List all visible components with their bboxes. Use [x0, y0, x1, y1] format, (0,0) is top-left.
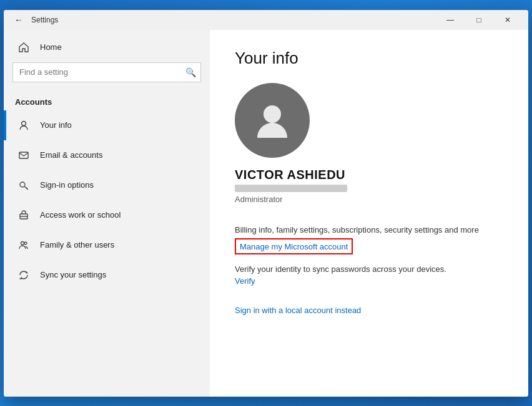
sidebar-item-sign-in-options[interactable]: Sign-in options [4, 170, 210, 200]
svg-point-0 [22, 121, 26, 125]
avatar-section: VICTOR ASHIEDU Administrator [235, 83, 503, 214]
family-users-label: Family & other users [40, 240, 114, 249]
settings-window: ← Settings — □ ✕ H [4, 10, 528, 397]
maximize-button[interactable]: □ [465, 10, 493, 30]
email-accounts-label: Email & accounts [40, 150, 102, 160]
main-content: Your info VICTOR ASHIEDU Administrator B… [210, 30, 528, 397]
user-email-blurred [235, 185, 347, 192]
sidebar-item-sync-settings[interactable]: Sync your settings [4, 260, 210, 290]
minimize-button[interactable]: — [436, 10, 465, 30]
sidebar-item-access-work[interactable]: Access work or school [4, 200, 210, 230]
sidebar: Home 🔍 Accounts Your info [4, 30, 210, 397]
home-label: Home [40, 42, 62, 52]
your-info-label: Your info [40, 120, 72, 130]
close-icon: ✕ [505, 16, 511, 24]
person-icon [15, 117, 32, 134]
window-controls: — □ ✕ [436, 10, 522, 30]
page-title: Your info [235, 49, 503, 68]
avatar-person-icon [251, 99, 293, 142]
svg-point-2 [20, 182, 25, 187]
sidebar-item-family-users[interactable]: Family & other users [4, 230, 210, 260]
verify-text: Verify your identity to sync passwords a… [235, 264, 503, 274]
close-button[interactable]: ✕ [493, 10, 522, 30]
email-icon [15, 147, 32, 164]
search-input[interactable] [12, 62, 201, 82]
billing-text: Billing info, family settings, subscript… [235, 225, 503, 234]
group-icon [15, 236, 32, 254]
manage-link-box: Manage my Microsoft account [235, 238, 353, 254]
search-icon: 🔍 [185, 67, 196, 77]
home-icon [15, 39, 32, 56]
svg-rect-1 [19, 152, 28, 158]
svg-point-5 [21, 241, 24, 244]
user-role: Administrator [235, 195, 283, 204]
sidebar-item-your-info[interactable]: Your info [4, 110, 210, 140]
verify-link[interactable]: Verify [235, 276, 503, 286]
sidebar-item-email-accounts[interactable]: Email & accounts [4, 140, 210, 170]
avatar [235, 83, 310, 158]
sync-settings-label: Sync your settings [40, 270, 106, 279]
access-work-label: Access work or school [40, 210, 121, 220]
manage-microsoft-account-link[interactable]: Manage my Microsoft account [240, 242, 348, 251]
back-button[interactable]: ← [10, 11, 27, 29]
title-bar: ← Settings — □ ✕ [4, 10, 528, 30]
section-label: Accounts [4, 91, 210, 110]
svg-point-6 [24, 242, 27, 244]
content-area: Home 🔍 Accounts Your info [4, 30, 528, 397]
sidebar-item-home[interactable]: Home [4, 32, 210, 62]
svg-point-7 [264, 105, 281, 123]
local-account-link[interactable]: Sign in with a local account instead [235, 306, 361, 315]
sign-in-options-label: Sign-in options [40, 180, 94, 190]
maximize-icon: □ [476, 16, 481, 24]
window-title: Settings [31, 16, 436, 24]
minimize-icon: — [446, 16, 454, 24]
briefcase-icon [15, 206, 32, 224]
key-icon [15, 176, 32, 194]
user-name: VICTOR ASHIEDU [235, 168, 345, 182]
search-box: 🔍 [12, 62, 201, 82]
back-icon: ← [14, 15, 23, 25]
sync-icon [15, 266, 32, 284]
